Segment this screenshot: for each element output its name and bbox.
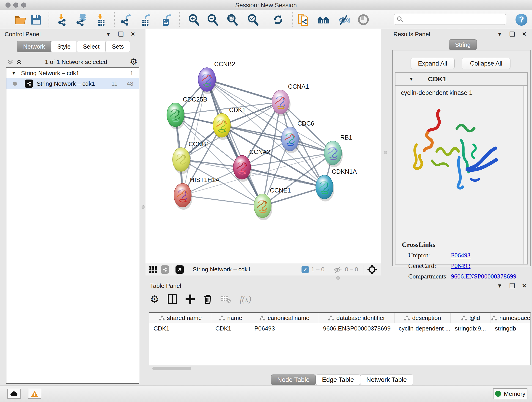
network-share-icon[interactable] [161,265,169,274]
hidden-eye-icon [333,265,342,274]
gray-sphere-icon[interactable] [357,13,370,26]
results-scrollbar[interactable] [523,86,527,264]
table-cell[interactable]: stringdb [491,323,531,333]
control-panel-tabs: Network Style Select Sets [17,41,130,52]
tab-string[interactable]: String [449,39,477,50]
panel-close-icon[interactable]: ✕ [522,283,526,289]
delete-column-icon[interactable] [203,294,212,304]
panel-menu-icon[interactable]: ▼ [497,283,502,289]
table-cell[interactable]: stringdb:9... [451,323,491,333]
memory-button[interactable]: Memory [493,388,527,399]
birdseye-view-icon[interactable] [176,265,184,274]
warning-status-button[interactable] [28,389,41,399]
table-cell[interactable]: 9606.ENSP00000378699 [319,323,394,333]
column-header-name[interactable]: name [211,313,250,323]
network-node-CDKN1A[interactable]: CDKN1A [316,168,357,201]
hide-eye-icon[interactable] [337,13,350,26]
column-header-namespace[interactable]: namespace [491,313,531,323]
table-cell[interactable]: CDK1 [149,323,211,333]
string-network-graph[interactable]: CCNB2CCNA1CDC25BCDK1CDC6RB1CCNB1CCNA2CDK… [146,29,381,263]
network-node-CCNB2[interactable]: CCNB2 [198,61,235,94]
show-columns-icon[interactable] [168,294,177,304]
tab-edge-table[interactable]: Edge Table [316,375,360,385]
open-session-icon[interactable] [14,13,27,26]
column-header-shared-name[interactable]: shared name [149,313,211,323]
import-network-file-icon[interactable] [56,13,69,26]
network-row[interactable]: String Network – cdk1 11 48 [6,78,139,89]
cloud-status-button[interactable] [7,389,21,399]
create-column-icon[interactable] [186,294,195,304]
panel-float-icon[interactable]: ❑ [118,30,124,38]
panel-menu-icon[interactable]: ▼ [497,31,502,37]
network-node-HIST1H1A[interactable]: HIST1H1A [174,177,220,210]
network-edge-CCNB2-CCNE1[interactable] [207,80,263,206]
crosshair-icon[interactable] [367,264,377,274]
network-node-CCNA2[interactable]: CCNA2 [233,148,270,182]
network-node-CCNE1[interactable]: CCNE1 [254,187,291,220]
table-row[interactable]: CDK1CDK1P064939606.ENSP00000378699cyclin… [149,323,530,333]
network-view-toolbar: String Network – cdk1 ✓ 1 – 0 0 – 0 [146,263,381,275]
column-header-database-identifier[interactable]: database identifier [319,313,394,323]
zoom-selected-icon[interactable] [247,13,259,26]
crosslink-link[interactable]: 9606.ENSP00000378699 [451,273,516,280]
column-header-@id[interactable]: @id [451,313,491,323]
export-image-icon[interactable] [160,13,173,26]
panel-float-icon[interactable]: ❑ [509,282,515,289]
tab-select[interactable]: Select [77,41,106,52]
selected-checkbox-icon[interactable]: ✓ [302,266,309,273]
search-box[interactable] [394,14,506,25]
column-type-icon [159,315,165,321]
export-table-icon[interactable] [139,13,152,26]
zoom-out-icon[interactable] [206,13,219,26]
network-edge-CCNB2-CCNA1[interactable] [207,80,281,102]
network-canvas[interactable]: CCNB2CCNA1CDC25BCDK1CDC6RB1CCNB1CCNA2CDK… [146,29,381,263]
search-input[interactable] [404,16,502,22]
tab-network-table[interactable]: Network Table [360,375,413,385]
import-table-icon[interactable] [95,13,108,26]
bottom-splitter-handle[interactable] [336,276,340,280]
panel-close-icon[interactable]: ✕ [522,31,526,37]
collection-expand-icon[interactable]: ▼ [12,70,16,76]
clone-network-icon[interactable] [297,13,309,26]
tab-node-table[interactable]: Node Table [271,375,316,385]
column-header-description[interactable]: description [394,313,451,323]
table-hscrollbar[interactable] [151,367,529,371]
export-network-icon[interactable] [120,13,133,26]
table-cell[interactable]: CDK1 [211,323,250,333]
table-hscroll-thumb[interactable] [152,367,191,370]
expand-all-button[interactable]: Expand All [411,58,455,69]
network-collection-row[interactable]: ▼ String Network – cdk1 1 [6,68,139,78]
tab-sets[interactable]: Sets [106,41,130,52]
network-options-gear-icon[interactable]: ⚙ [130,57,138,66]
homes-icon[interactable] [317,13,330,26]
column-header-canonical-name[interactable]: canonical name [250,313,319,323]
node-label-CCNA2: CCNA2 [249,148,270,155]
expand-all-icon[interactable] [16,58,22,65]
zoom-fit-icon[interactable] [226,13,239,26]
network-node-RB1[interactable]: RB1 [324,134,352,167]
crosslink-link[interactable]: P06493 [451,262,471,269]
network-edge-HIST1H1A-CCNE1[interactable] [183,195,263,206]
column-type-icon [328,315,334,321]
right-splitter-handle[interactable] [384,151,387,154]
zoom-in-icon[interactable] [187,13,200,26]
tab-style[interactable]: Style [51,41,77,52]
table-cell[interactable]: P06493 [250,323,319,333]
tab-network[interactable]: Network [17,41,51,52]
panel-float-icon[interactable]: ❑ [509,30,515,38]
gene-collapse-icon[interactable]: ▼ [409,76,414,82]
collapse-all-icon[interactable] [7,58,14,65]
save-session-icon[interactable] [30,13,43,26]
collapse-all-button[interactable]: Collapse All [462,58,510,69]
help-icon[interactable]: ? [515,14,527,26]
panel-close-icon[interactable]: ✕ [131,31,135,37]
left-splitter-handle[interactable] [142,205,145,209]
panel-menu-icon[interactable]: ▼ [106,31,111,37]
grid-view-icon[interactable] [149,265,157,274]
refresh-icon[interactable] [272,13,285,26]
table-options-gear-icon[interactable]: ⚙ [150,293,159,305]
gene-header[interactable]: ▼ CDK1 [395,73,527,86]
crosslink-link[interactable]: P06493 [451,252,471,259]
import-network-database-icon[interactable] [75,13,88,26]
table-cell[interactable]: cyclin-dependent ... [394,323,451,333]
